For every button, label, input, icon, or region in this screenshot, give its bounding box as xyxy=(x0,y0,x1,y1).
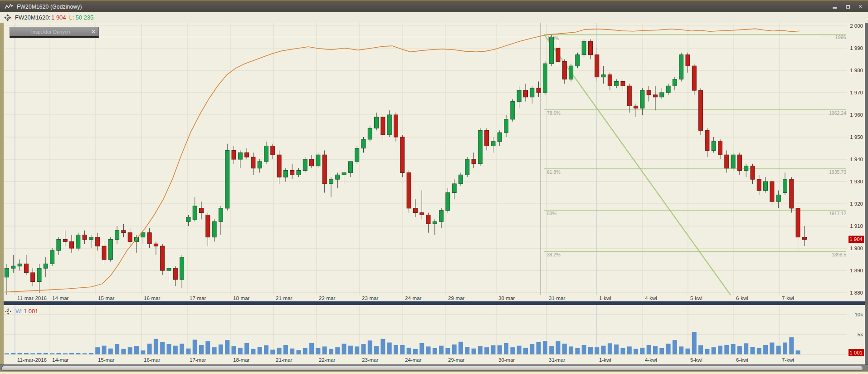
candle-body[interactable] xyxy=(277,155,281,177)
candle-body[interactable] xyxy=(504,119,508,133)
candle-body[interactable] xyxy=(790,179,794,208)
volume-bar[interactable] xyxy=(744,343,748,354)
volume-bar[interactable] xyxy=(530,344,534,354)
volume-bar[interactable] xyxy=(154,339,158,354)
volume-bar[interactable] xyxy=(426,346,431,354)
volume-bar[interactable] xyxy=(536,342,541,354)
volume-bar[interactable] xyxy=(193,340,197,354)
volume-bar[interactable] xyxy=(737,346,742,354)
candle-body[interactable] xyxy=(426,215,430,224)
volume-bar[interactable] xyxy=(465,347,469,354)
candle-body[interactable] xyxy=(102,246,106,259)
candle-body[interactable] xyxy=(485,130,489,146)
candle-body[interactable] xyxy=(31,273,35,282)
candle-body[interactable] xyxy=(737,155,741,170)
volume-bar[interactable] xyxy=(634,349,638,354)
volume-bar[interactable] xyxy=(297,350,301,354)
candle-body[interactable] xyxy=(322,155,327,184)
candle-body[interactable] xyxy=(348,162,352,173)
volume-bar[interactable] xyxy=(776,346,781,354)
volume-bar[interactable] xyxy=(433,348,437,354)
candle-body[interactable] xyxy=(725,155,729,168)
volume-bar[interactable] xyxy=(673,340,677,354)
candle-body[interactable] xyxy=(147,233,151,244)
candle-body[interactable] xyxy=(387,115,391,135)
candle-body[interactable] xyxy=(465,159,469,175)
volume-bar[interactable] xyxy=(309,343,314,354)
volume-bar[interactable] xyxy=(283,345,288,354)
candle-body[interactable] xyxy=(37,268,41,281)
volume-bar[interactable] xyxy=(478,346,483,354)
chart-area[interactable]: 1996100%78.6%1962.2461.8%1935.7350%1917.… xyxy=(0,23,868,364)
candle-body[interactable] xyxy=(413,208,417,213)
volume-bar[interactable] xyxy=(290,349,294,354)
volume-bar[interactable] xyxy=(757,348,761,354)
candle-body[interactable] xyxy=(57,239,61,251)
candle-body[interactable] xyxy=(180,257,184,280)
candle-body[interactable] xyxy=(407,172,411,208)
volume-bar[interactable] xyxy=(108,349,113,354)
candle-body[interactable] xyxy=(744,166,748,171)
candle-body[interactable] xyxy=(712,142,716,151)
volume-bar[interactable] xyxy=(679,346,683,354)
candle-body[interactable] xyxy=(50,251,54,264)
candle-body[interactable] xyxy=(271,146,275,155)
candle-body[interactable] xyxy=(368,128,372,139)
volume-bar[interactable] xyxy=(659,348,664,354)
candle-body[interactable] xyxy=(5,268,9,277)
volume-bar[interactable] xyxy=(647,345,651,354)
volume-bar[interactable] xyxy=(335,347,340,354)
volume-bar[interactable] xyxy=(504,343,508,354)
candle-body[interactable] xyxy=(627,86,631,106)
candle-body[interactable] xyxy=(802,237,806,240)
volume-bar[interactable] xyxy=(783,343,787,354)
candle-body[interactable] xyxy=(614,82,619,86)
volume-bar[interactable] xyxy=(37,353,42,354)
volume-bar[interactable] xyxy=(258,347,262,354)
volume-bar[interactable] xyxy=(368,340,372,354)
candle-body[interactable] xyxy=(108,239,112,259)
volume-bar[interactable] xyxy=(731,344,736,354)
volume-bar[interactable] xyxy=(419,343,424,354)
volume-bar[interactable] xyxy=(653,346,658,354)
candle-body[interactable] xyxy=(550,37,554,64)
candle-body[interactable] xyxy=(653,95,658,97)
candle-body[interactable] xyxy=(238,153,242,159)
candle-body[interactable] xyxy=(212,221,216,237)
candle-body[interactable] xyxy=(24,264,28,273)
vertical-scrollbar[interactable] xyxy=(865,23,868,364)
candle-body[interactable] xyxy=(446,193,450,211)
minimize-button[interactable] xyxy=(831,3,839,10)
candle-body[interactable] xyxy=(96,237,100,246)
candle-body[interactable] xyxy=(705,130,709,150)
candle-body[interactable] xyxy=(666,86,670,93)
volume-bar[interactable] xyxy=(173,346,178,354)
close-button[interactable]: ✕ xyxy=(856,3,864,10)
candle-body[interactable] xyxy=(686,55,690,66)
volume-bar[interactable] xyxy=(724,345,729,354)
candle-body[interactable] xyxy=(342,172,346,175)
candle-body[interactable] xyxy=(18,264,22,266)
candle-body[interactable] xyxy=(316,155,320,166)
volume-bar[interactable] xyxy=(121,349,126,354)
volume-bar[interactable] xyxy=(666,344,671,354)
candle-body[interactable] xyxy=(400,137,405,172)
candle-body[interactable] xyxy=(796,208,800,237)
volume-bar[interactable] xyxy=(770,343,774,354)
candle-body[interactable] xyxy=(452,184,456,193)
candle-body[interactable] xyxy=(731,155,735,168)
volume-bar[interactable] xyxy=(380,339,385,354)
candle-body[interactable] xyxy=(497,133,502,142)
candle-body[interactable] xyxy=(329,179,333,184)
candle-body[interactable] xyxy=(70,241,74,248)
volume-bar[interactable] xyxy=(698,345,703,354)
volume-bar[interactable] xyxy=(763,345,768,354)
volume-bar[interactable] xyxy=(549,346,554,354)
candle-body[interactable] xyxy=(361,139,366,148)
candle-body[interactable] xyxy=(76,235,80,248)
volume-bar[interactable] xyxy=(238,348,243,354)
volume-bar[interactable] xyxy=(199,345,204,354)
inspector-close-icon[interactable]: ✕ xyxy=(91,29,96,35)
candle-body[interactable] xyxy=(122,231,126,233)
candle-body[interactable] xyxy=(154,244,158,246)
